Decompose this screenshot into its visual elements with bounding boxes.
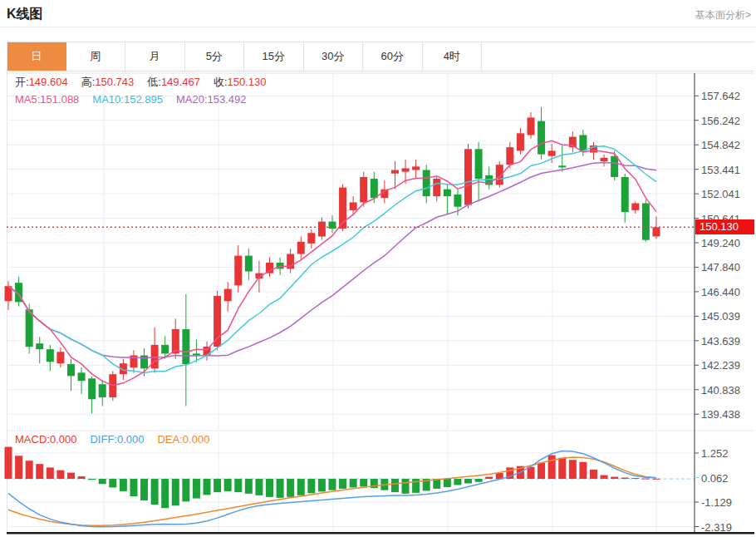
readout-item: MACD:0.000 (15, 433, 76, 446)
candle-body (318, 222, 326, 237)
tab-period-5[interactable]: 30分 (304, 42, 364, 71)
macd-bar (224, 479, 232, 491)
tab-period-6[interactable]: 60分 (363, 42, 423, 71)
macd-bar (558, 458, 566, 479)
candle-body (371, 179, 378, 198)
macd-bar (193, 479, 200, 499)
macd-bar (88, 479, 96, 480)
candle-body (412, 166, 420, 170)
candle-body (558, 165, 566, 167)
fundamental-analysis-link[interactable]: 基本面分析> (695, 8, 751, 22)
macd-bar (611, 477, 618, 479)
axis-tick-label: 1.252 (701, 447, 729, 460)
ma-readout: MA5:151.088MA10:152.895MA20:153.492 (15, 93, 260, 106)
macd-bar (621, 478, 629, 479)
macd-bar (120, 479, 127, 491)
candle-body (151, 345, 159, 368)
macd-bar (161, 479, 169, 508)
candle-body (454, 195, 461, 207)
kline-widget: K线图 基本面分析> 日周月5分15分30分60分4时 开:149.604高:1… (0, 0, 756, 537)
macd-bar (130, 479, 137, 496)
candle-body (161, 345, 169, 354)
page-title: K线图 (7, 6, 43, 23)
candle-body (464, 149, 472, 204)
period-tabbar: 日周月5分15分30分60分4时 (7, 42, 754, 71)
header-divider (0, 27, 756, 27)
axis-tick-label: 147.840 (701, 261, 740, 273)
tab-period-0[interactable]: 日 (7, 42, 66, 71)
macd-bar (26, 461, 33, 479)
candle-body (88, 378, 96, 399)
macd-bar (579, 462, 587, 479)
macd-bar (67, 473, 75, 479)
candle-body (590, 145, 597, 152)
macd-bar (287, 479, 294, 497)
macd-bar (601, 475, 608, 479)
macd-bar (548, 456, 556, 479)
candle-body (99, 384, 106, 397)
readout-item: DEA:0.000 (157, 433, 209, 446)
macd-bar (464, 479, 472, 483)
candle-body (266, 263, 273, 273)
macd-bar (277, 479, 284, 498)
bottom-time-axis-edge (7, 532, 754, 535)
axis-tick-label: 149.240 (701, 237, 740, 249)
tab-period-1[interactable]: 周 (66, 42, 126, 71)
macd-bar (402, 479, 410, 494)
candle-body (339, 188, 346, 229)
macd-bar (444, 479, 451, 487)
candle-body (506, 147, 513, 165)
candle-body (391, 170, 399, 174)
axis-tick-label: 157.642 (701, 90, 740, 102)
candle-body (402, 168, 410, 171)
candle-body (538, 121, 545, 155)
current-price-tag: 150.130 (695, 219, 754, 234)
candle-body (642, 203, 650, 239)
candle-body (297, 242, 305, 254)
macd-bar (214, 479, 221, 492)
candle-body (601, 158, 608, 161)
macd-bar (172, 479, 179, 505)
candle-body (47, 349, 54, 362)
tab-period-3[interactable]: 5分 (185, 42, 245, 71)
candle-body (528, 117, 535, 135)
macd-bar (506, 467, 513, 479)
candle-body (611, 156, 618, 177)
axis-tick-label: 143.639 (701, 334, 740, 347)
readout-item: MA20:153.492 (176, 93, 247, 106)
candle-body (433, 179, 440, 196)
axis-tick-label: 146.440 (701, 285, 740, 298)
tab-period-7[interactable]: 4时 (423, 42, 483, 71)
tab-period-2[interactable]: 月 (125, 42, 185, 71)
candle-body (496, 165, 503, 185)
candle-body (109, 374, 116, 397)
macd-bar (245, 479, 253, 494)
candle-body (78, 372, 86, 381)
macd-bar (360, 479, 367, 486)
tab-period-4[interactable]: 15分 (244, 42, 304, 71)
ma5-line (8, 140, 656, 386)
candle-body (328, 222, 336, 229)
macd-bar (423, 479, 430, 490)
macd-bar (339, 479, 346, 489)
macd-bar (56, 470, 64, 479)
axis-tick-label: 153.441 (701, 163, 740, 175)
macd-bar (631, 478, 639, 479)
macd-bar (234, 479, 242, 492)
diff-line (8, 451, 656, 527)
readout-item: 开:149.604 (15, 76, 68, 88)
candle-body (15, 283, 22, 302)
candle-body (277, 263, 284, 268)
candle-body (255, 273, 263, 278)
candle-body (120, 363, 127, 374)
candle-body (485, 175, 493, 185)
macd-bar (485, 477, 493, 479)
candle-body (140, 356, 148, 369)
candle-body (172, 329, 179, 353)
readout-item: MA10:152.895 (92, 93, 163, 106)
candle-body (224, 289, 232, 302)
candle-body (569, 137, 577, 148)
macd-bar (318, 479, 326, 491)
axis-tick-label: -2.319 (701, 520, 732, 533)
axis-tick-label: 152.041 (701, 188, 740, 200)
